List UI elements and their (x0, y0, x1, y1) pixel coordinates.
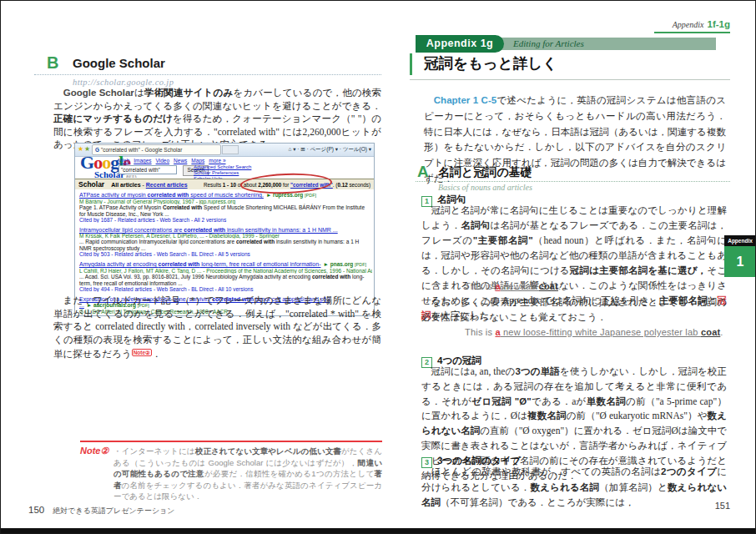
title-underline (410, 79, 730, 80)
text-segment: seconds) (348, 182, 370, 188)
text-segment: である．aが (532, 396, 587, 406)
appendix-banner-label: Appendix 1g (416, 35, 504, 53)
running-header: Appendix1f-1g (585, 19, 730, 29)
running-header-underline (654, 32, 730, 33)
title-accent-bar (410, 53, 412, 75)
text-segment: ． (152, 349, 162, 359)
result-action-links[interactable]: Cited by 503 - Related articles - Web Se… (79, 251, 372, 257)
text-segment: Google Scholar (63, 88, 134, 98)
text-segment: また，ワイルドカード記号（*）でフレーズ内のさまざまな場所にどんな単語が出てくる… (53, 295, 381, 359)
note-body: インターネットには校正されてない文章やレベルの低い文書がたくさんある（こういった… (113, 446, 382, 501)
text-segment: は (134, 88, 144, 98)
text-segment: correlated with (312, 274, 350, 280)
text-segment: 学術関連サイトのみ (144, 88, 233, 98)
section-title: Google Scholar (73, 56, 165, 70)
section-a-title: 名詞と冠詞の基礎 (438, 165, 532, 180)
paragraph-wildcard: また，ワイルドカード記号（*）でフレーズ内のさまざまな場所にどんな単語が出てくる… (53, 295, 381, 361)
nav-link[interactable]: Maps (191, 158, 204, 164)
note-divider-line (80, 441, 382, 442)
result-domain-link[interactable]: ► pnas.org (323, 261, 353, 267)
page-number-left: 150 (28, 505, 44, 515)
result-title-row: ATPase activity of myosin correlated wit… (79, 192, 372, 199)
text-segment: 複数名詞 (527, 411, 567, 421)
text-segment: Amygdala activity at encoding (79, 261, 159, 267)
note-label: Note② (80, 446, 113, 502)
browser-toolbar-buttons[interactable]: ⌂ ▾ · ⊞ · ページ(P) ▾ · ツール(O) ▾ (288, 146, 371, 154)
text-segment: Chapter 1 C-5 (434, 95, 496, 105)
running-header-range: 1f-1g (708, 19, 730, 29)
book-spread: B Google Scholar http://scholar.google.c… (0, 0, 756, 534)
results-bar-left: Scholar All articles - Recent articles (78, 180, 188, 189)
text-segment: 数えられる名詞 (531, 482, 600, 492)
result-format-label: [PDF] (355, 262, 366, 267)
result-title-link[interactable]: ATPase activity of myosin correlated wit… (79, 192, 264, 198)
text-segment: G (80, 152, 93, 173)
page-number-right: 151 (702, 501, 730, 511)
section-a-divider-dotted (416, 181, 730, 182)
section-letter-a: A (417, 163, 429, 181)
result-action-links[interactable]: Cited by 494 - Related articles - Web Se… (79, 286, 372, 292)
example-sentence-1: This is a new lab coat. (465, 281, 561, 291)
text-segment: correlated with (159, 261, 200, 267)
google-scholar-screenshot: ★ ★ G "correlated with" - Google Scholar… (74, 143, 375, 316)
quick-tabs-box[interactable] (222, 145, 239, 154)
result-title-row: Amygdala activity at encoding correlated… (79, 261, 372, 268)
text-segment: の名前をチェックするのもよい．著者がみな英語のネイティブスピーカーであるとは限ら… (113, 481, 382, 501)
book-title: 絶対できる英語プレゼンテーション (53, 506, 174, 515)
text-segment: が必要だ．信頼性を確かめる1つの方法として (204, 469, 375, 478)
text-segment: （不可算名詞）である．ところが実際には， (441, 497, 634, 507)
recent-articles-link[interactable]: Recent articles (146, 182, 188, 188)
text-segment: new loose-fitting white Japanese polyest… (501, 327, 701, 337)
text-segment: coat (539, 281, 558, 291)
text-segment: 正確にマッチするものだけ (53, 113, 173, 123)
scholar-search-input[interactable]: "correlated with" (118, 165, 177, 174)
text-segment: 3つの単語 (515, 366, 560, 376)
text-segment: correlated with (148, 192, 189, 198)
text-segment: coat (701, 327, 720, 337)
text-segment: の前（"Ø eukaryotic mRNAs"）や (567, 411, 708, 421)
note-bullet: ・ (113, 446, 122, 456)
nav-link[interactable]: Web (118, 158, 129, 164)
nav-link[interactable]: Images (134, 158, 151, 164)
item3-body: ほとんどの辞書や教科書が，すべての英語の名詞は2つのタイプに分けられるとしている… (421, 464, 727, 511)
note-label-text: Note② (80, 446, 108, 456)
nav-link[interactable]: News (174, 158, 187, 164)
text-segment: 0.12 (337, 182, 347, 188)
paragraph-article-necessity: なお，多くの要素が主要部名詞の前に挿入されたとしても，冠詞の必要性は変わらないこ… (421, 295, 727, 325)
text-segment: ゼロ冠詞 "Ø" (471, 396, 531, 406)
text-segment: 冠詞にはa, an, theの (421, 366, 515, 376)
result-snippet: ... Rapid communication Intramyocellular… (79, 239, 372, 250)
text-segment (424, 95, 434, 105)
text-segment: insulin sensitivity in humans: a 1 H NMR… (225, 227, 338, 233)
appendix-tab-number: 1 (724, 246, 756, 277)
result-title-link[interactable]: Intramyocellular lipid concentrations ar… (79, 227, 338, 233)
scholar-label: Scholar (78, 180, 104, 189)
text-segment: Results (204, 182, 223, 188)
nav-link[interactable]: Video (156, 158, 170, 164)
scholar-side-link[interactable]: Scholar Preferences (194, 170, 251, 176)
note-block: Note② ・インターネットには校正されてない文章やレベルの低い文書がたくさんあ… (80, 446, 382, 502)
scholar-side-link[interactable]: Advanced Scholar Search (194, 164, 251, 170)
nav-link[interactable]: more » (209, 158, 225, 164)
text-segment: ほとんどの辞書や教科書が，すべての英語の名詞は (421, 466, 661, 476)
text-segment: long-term, free recall of emotional info… (199, 261, 320, 267)
left-footer: 150絶対できる英語プレゼンテーション (28, 501, 175, 516)
appendix-banner-subtitle: Editing for Articles (513, 38, 584, 48)
result-authors: L Cahill, RJ Haier, J Fallon, MT Alkire,… (79, 268, 372, 274)
text-segment: 1 - 10 (223, 182, 236, 188)
result-title-link[interactable]: Amygdala activity at encoding correlated… (79, 261, 320, 267)
text-segment: 単数名詞 (587, 396, 626, 406)
search-result-3: Amygdala activity at encoding correlated… (79, 261, 372, 292)
text-segment: This is (465, 327, 495, 337)
section-divider-dotted (34, 74, 381, 75)
text-segment: （加算名詞）と (599, 482, 668, 492)
text-segment: ATPase activity of myosin (79, 192, 148, 198)
result-action-links[interactable]: Cited by 1687 - Related articles - Web S… (79, 217, 372, 223)
google-nav-links: WebImagesVideoNewsMapsmore » (118, 158, 230, 164)
text-segment: 校正されてない文章やレベルの低い文書 (195, 446, 341, 456)
text-segment: speed of muscle shortening. (189, 192, 264, 198)
text-segment: 名詞句 (461, 220, 490, 230)
text-segment: Page 1. ATPase Activity of Myosin (79, 204, 163, 210)
result-snippet: Page 1. ATPase Activity of Myosin Correl… (79, 204, 372, 216)
appendix-edge-tab: Appendix 1 (724, 235, 756, 277)
